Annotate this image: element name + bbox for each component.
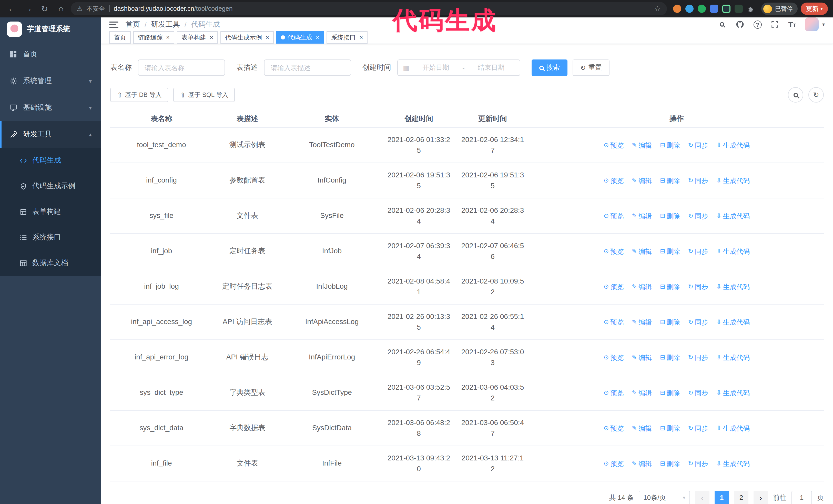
reset-button[interactable]: ↻重置 bbox=[573, 59, 610, 76]
delete-link[interactable]: ⊟删除 bbox=[660, 352, 680, 363]
tab[interactable]: 代码生成 × bbox=[276, 31, 324, 44]
fullscreen-icon[interactable] bbox=[770, 20, 780, 29]
search-button[interactable]: 搜索 bbox=[531, 59, 568, 76]
tab[interactable]: 链路追踪 × bbox=[133, 31, 174, 44]
tab[interactable]: 系统接口 × bbox=[327, 31, 367, 44]
avatar-caret-icon[interactable]: ▾ bbox=[822, 22, 825, 27]
breadcrumb-home[interactable]: 首页 bbox=[125, 20, 140, 29]
delete-link[interactable]: ⊟删除 bbox=[660, 317, 680, 327]
extension-icon[interactable] bbox=[685, 5, 694, 13]
extension-icon[interactable] bbox=[722, 5, 731, 13]
delete-link[interactable]: ⊟删除 bbox=[660, 458, 680, 469]
import-db-button[interactable]: ⇧基于 DB 导入 bbox=[110, 88, 168, 102]
edit-link[interactable]: ✎编辑 bbox=[632, 246, 652, 257]
generate-code-link[interactable]: ⇩生成代码 bbox=[716, 281, 750, 292]
date-range-picker[interactable]: ▦ 开始日期 - 结束日期 bbox=[397, 59, 520, 76]
edit-link[interactable]: ✎编辑 bbox=[632, 175, 652, 186]
breadcrumb-dev-tools[interactable]: 研发工具 bbox=[151, 20, 180, 29]
extension-icon[interactable] bbox=[710, 5, 718, 13]
tab-close-icon[interactable]: × bbox=[359, 34, 363, 41]
sync-link[interactable]: ↻同步 bbox=[688, 423, 708, 433]
page-button-2[interactable]: 2 bbox=[734, 490, 748, 504]
page-size-select[interactable]: 10条/页 ▾ bbox=[639, 490, 690, 504]
sidebar-item-code-generation[interactable]: 代码生成 bbox=[0, 148, 101, 173]
tab-close-icon[interactable]: × bbox=[316, 34, 319, 41]
generate-code-link[interactable]: ⇩生成代码 bbox=[716, 317, 750, 327]
delete-link[interactable]: ⊟删除 bbox=[660, 246, 680, 257]
hamburger-icon[interactable] bbox=[109, 21, 118, 27]
edit-link[interactable]: ✎编辑 bbox=[632, 211, 652, 221]
edit-link[interactable]: ✎编辑 bbox=[632, 458, 652, 469]
edit-link[interactable]: ✎编辑 bbox=[632, 423, 652, 433]
tab-close-icon[interactable]: × bbox=[210, 34, 213, 41]
back-button[interactable]: ← bbox=[5, 2, 19, 16]
tab-close-icon[interactable]: × bbox=[166, 34, 170, 41]
extension-icon[interactable] bbox=[735, 5, 743, 13]
extension-icon[interactable] bbox=[698, 5, 706, 13]
edit-link[interactable]: ✎编辑 bbox=[632, 140, 652, 150]
font-size-icon[interactable]: TT bbox=[788, 20, 796, 29]
help-icon[interactable]: ? bbox=[753, 20, 761, 28]
delete-link[interactable]: ⊟删除 bbox=[660, 281, 680, 292]
toggle-search-button[interactable] bbox=[788, 87, 803, 102]
security-warning-label[interactable]: 不安全 bbox=[87, 4, 105, 13]
sidebar-item-system-api[interactable]: 系统接口 bbox=[0, 224, 101, 250]
delete-link[interactable]: ⊟删除 bbox=[660, 387, 680, 398]
preview-link[interactable]: ⊙预览 bbox=[603, 140, 624, 150]
preview-link[interactable]: ⊙预览 bbox=[603, 175, 624, 186]
sidebar-item-db-docs[interactable]: 数据库文档 bbox=[0, 250, 101, 276]
home-button[interactable]: ⌂ bbox=[54, 2, 68, 16]
import-sql-button[interactable]: ⇧基于 SQL 导入 bbox=[173, 88, 235, 102]
reload-button[interactable]: ↻ bbox=[38, 2, 51, 16]
sidebar-item-codegen-example[interactable]: 代码生成示例 bbox=[0, 173, 101, 199]
delete-link[interactable]: ⊟删除 bbox=[660, 140, 680, 150]
preview-link[interactable]: ⊙预览 bbox=[603, 387, 624, 398]
preview-link[interactable]: ⊙预览 bbox=[603, 458, 624, 469]
address-bar[interactable]: ⚠ 不安全 dashboard.yudao.iocoder.cn/tool/co… bbox=[71, 2, 667, 16]
sync-link[interactable]: ↻同步 bbox=[688, 281, 708, 292]
extensions-puzzle-icon[interactable] bbox=[747, 5, 755, 13]
sync-link[interactable]: ↻同步 bbox=[688, 140, 708, 150]
tab[interactable]: 首页 bbox=[109, 31, 131, 44]
update-button[interactable]: 更新▾ bbox=[801, 3, 828, 15]
sidebar-item-system-management[interactable]: 系统管理 ▾ bbox=[0, 68, 101, 94]
sync-link[interactable]: ↻同步 bbox=[688, 317, 708, 327]
generate-code-link[interactable]: ⇩生成代码 bbox=[716, 423, 750, 433]
goto-page-input[interactable] bbox=[791, 490, 812, 504]
sidebar-item-dev-tools[interactable]: 研发工具 ▴ bbox=[0, 121, 101, 148]
sync-link[interactable]: ↻同步 bbox=[688, 246, 708, 257]
sidebar-item-form-builder[interactable]: 表单构建 bbox=[0, 199, 101, 224]
generate-code-link[interactable]: ⇩生成代码 bbox=[716, 352, 750, 363]
delete-link[interactable]: ⊟删除 bbox=[660, 211, 680, 221]
edit-link[interactable]: ✎编辑 bbox=[632, 281, 652, 292]
preview-link[interactable]: ⊙预览 bbox=[603, 423, 624, 433]
delete-link[interactable]: ⊟删除 bbox=[660, 423, 680, 433]
generate-code-link[interactable]: ⇩生成代码 bbox=[716, 140, 750, 150]
tab[interactable]: 表单构建 × bbox=[177, 31, 218, 44]
tab-close-icon[interactable]: × bbox=[265, 34, 269, 41]
edit-link[interactable]: ✎编辑 bbox=[632, 317, 652, 327]
generate-code-link[interactable]: ⇩生成代码 bbox=[716, 211, 750, 221]
sync-link[interactable]: ↻同步 bbox=[688, 211, 708, 221]
github-icon[interactable] bbox=[735, 20, 744, 29]
generate-code-link[interactable]: ⇩生成代码 bbox=[716, 458, 750, 469]
next-page-button[interactable]: › bbox=[754, 490, 768, 504]
generate-code-link[interactable]: ⇩生成代码 bbox=[716, 246, 750, 257]
prev-page-button[interactable]: ‹ bbox=[695, 490, 710, 504]
sync-link[interactable]: ↻同步 bbox=[688, 387, 708, 398]
search-icon[interactable] bbox=[717, 20, 727, 29]
sidebar-item-infrastructure[interactable]: 基础设施 ▾ bbox=[0, 94, 101, 121]
page-button-1[interactable]: 1 bbox=[715, 490, 729, 504]
bookmark-star-icon[interactable]: ☆ bbox=[654, 5, 661, 13]
user-avatar[interactable] bbox=[805, 18, 819, 31]
edit-link[interactable]: ✎编辑 bbox=[632, 352, 652, 363]
extension-icon[interactable] bbox=[673, 5, 681, 13]
generate-code-link[interactable]: ⇩生成代码 bbox=[716, 387, 750, 398]
profile-chip[interactable]: 已暂停 bbox=[761, 3, 798, 15]
preview-link[interactable]: ⊙预览 bbox=[603, 246, 624, 257]
refresh-button[interactable]: ↻ bbox=[808, 87, 824, 102]
preview-link[interactable]: ⊙预览 bbox=[603, 281, 624, 292]
preview-link[interactable]: ⊙预览 bbox=[603, 317, 624, 327]
generate-code-link[interactable]: ⇩生成代码 bbox=[716, 175, 750, 186]
table-name-input[interactable] bbox=[138, 59, 225, 76]
